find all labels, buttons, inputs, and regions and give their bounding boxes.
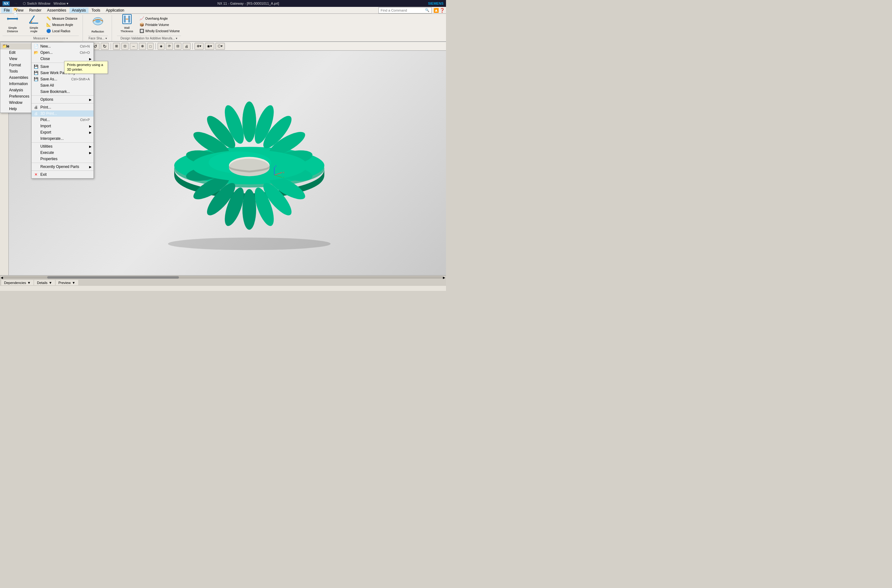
submenu-options[interactable]: Options ▶ — [31, 96, 93, 103]
menubar-tools[interactable]: Tools — [89, 8, 103, 13]
overhang-angle-btn[interactable]: 📈 Overhang Angle — [138, 16, 181, 21]
submenu-exit[interactable]: ✕ Exit — [31, 171, 93, 178]
print-icon: 🖨 — [33, 105, 39, 110]
measure-small-group: 📏 Measure Distance 📐 Measure Angle 🔵 Loc… — [45, 16, 79, 34]
simple-distance-label: SimpleDistance — [7, 26, 18, 33]
ribbon-face-items: Reflection — [88, 14, 108, 34]
printable-volume-icon: 📦 — [139, 22, 144, 27]
submenu-save-as-label: Save As... — [40, 77, 57, 81]
submenu-interoperate-label: Interoperate... — [40, 136, 64, 141]
wholly-enclosed-btn[interactable]: 🔲 Wholly Enclosed Volume — [138, 28, 181, 34]
menu-preferences-label: Preferences — [9, 94, 29, 99]
view-btn-10[interactable]: ⊕▾ — [195, 43, 204, 50]
details-tab[interactable]: Details ▼ — [34, 280, 55, 285]
menu-help-label: Help — [9, 106, 17, 111]
design-val-group-label: Design Validation for Additive Manufa...… — [117, 36, 181, 40]
save-bookmark-icon — [33, 89, 39, 94]
redo-btn[interactable]: ↪ — [13, 1, 18, 6]
submenu-new-label: New... — [40, 44, 51, 48]
svg-marker-2 — [17, 17, 18, 20]
submenu-interoperate[interactable]: Interoperate... — [31, 135, 93, 142]
new-icon: 📄 — [33, 44, 39, 49]
menu-analysis-label: Analysis — [9, 88, 23, 92]
close-arrow: ▶ — [89, 57, 91, 61]
simple-distance-btn[interactable]: SimpleDistance — [3, 10, 22, 34]
submenu-plot[interactable]: Plot... Ctrl+P — [31, 117, 93, 123]
view-btn-5[interactable]: □ — [147, 43, 154, 50]
simple-angle-btn[interactable]: SimpleAngle — [24, 10, 44, 34]
scrollbar-thumb[interactable] — [47, 276, 179, 279]
submenu-new[interactable]: 📄 New... Ctrl+N — [31, 43, 93, 50]
submenu-properties-label: Properties — [40, 157, 57, 161]
submenu-execute[interactable]: Execute ▶ — [31, 150, 93, 156]
save-work-icon: 💾 — [33, 70, 39, 75]
view-btn-6[interactable]: ◈ — [157, 43, 165, 50]
submenu-import[interactable]: Import ▶ — [31, 123, 93, 129]
svg-point-11 — [168, 238, 331, 250]
switch-window-btn[interactable]: ⬡ Switch Window — [23, 2, 50, 6]
scroll-left-btn[interactable]: ◀ — [1, 276, 3, 279]
measure-angle-btn[interactable]: 📐 Measure Angle — [45, 22, 79, 27]
window-menu-btn[interactable]: Window ▾ — [54, 2, 69, 6]
measure-distance-icon: 📏 — [46, 16, 51, 21]
nx-logo: NX — [3, 1, 10, 6]
submenu-3dprint[interactable]: 🖨 3D Print... — [31, 110, 93, 117]
preview-arrow: ▼ — [72, 281, 75, 285]
measure-distance-btn[interactable]: 📏 Measure Distance — [45, 16, 79, 21]
submenu-save-all[interactable]: Save All — [31, 82, 93, 88]
local-radius-btn[interactable]: 🔵 Local Radius — [45, 28, 79, 34]
recent-arrow: ▶ — [89, 165, 91, 169]
submenu-recent[interactable]: Recently Opened Parts ▶ — [31, 164, 93, 170]
sep-2 — [31, 95, 93, 96]
tooltip-text: Prints geometry using a 3D printer. — [67, 63, 103, 71]
search-icon: 🔍 — [425, 8, 429, 12]
submenu-properties[interactable]: Properties — [31, 156, 93, 162]
utilities-icon — [33, 144, 39, 149]
submenu-save-bookmark[interactable]: Save Bookmark... — [31, 88, 93, 95]
reflection-btn[interactable]: Reflection — [88, 14, 108, 34]
find-command-input[interactable] — [381, 9, 424, 12]
view-btn-11[interactable]: ◉▾ — [205, 43, 214, 50]
printable-volume-btn[interactable]: 📦 Printable Volume — [138, 22, 181, 27]
submenu-utilities[interactable]: Utilities ▶ — [31, 143, 93, 150]
wall-thickness-icon — [120, 11, 135, 26]
help-btn[interactable]: ❓ — [439, 8, 445, 13]
svg-text:X: X — [283, 171, 285, 174]
submenu-print[interactable]: 🖨 Print... — [31, 104, 93, 110]
plot-shortcut: Ctrl+P — [80, 118, 90, 122]
view-btn-8[interactable]: ⊟ — [174, 43, 181, 50]
simple-distance-icon — [5, 11, 20, 26]
view-btn-3[interactable]: ↔ — [130, 43, 138, 50]
view-btn-7[interactable]: ⟳ — [166, 43, 173, 50]
submenu-export[interactable]: Export ▶ — [31, 129, 93, 135]
scroll-right-btn[interactable]: ▶ — [443, 276, 445, 279]
wall-thickness-label: WallThickness — [120, 26, 133, 33]
printable-volume-label: Printable Volume — [145, 23, 169, 27]
submenu-3dprint-label: 3D Print... — [40, 111, 57, 116]
open-shortcut: Ctrl+O — [80, 51, 90, 54]
find-command-box[interactable]: 🔍 — [378, 7, 432, 14]
submenu-save-as[interactable]: 💾 Save As... Ctrl+Shift+A — [31, 76, 93, 82]
view-btn-2[interactable]: ⊡ — [121, 43, 129, 50]
submenu-open[interactable]: 📂 Open... Ctrl+O — [31, 50, 93, 56]
dependencies-tab[interactable]: Dependencies ▼ — [1, 280, 33, 285]
measure-angle-icon: 📐 — [46, 22, 51, 27]
view-btn-1[interactable]: ⊞ — [113, 43, 120, 50]
ribbon-minimize-btn[interactable]: 🔼 — [433, 8, 439, 13]
ribbon-group-design-val: WallThickness 📈 Overhang Angle 📦 Printab… — [117, 15, 185, 41]
view-btn-9[interactable]: 🖨 — [183, 43, 190, 50]
preview-tab[interactable]: Preview ▼ — [55, 280, 78, 285]
preview-label: Preview — [58, 281, 71, 285]
bottom-scrollbar[interactable]: ◀ ▶ — [0, 276, 446, 279]
redo-toolbar-btn[interactable]: ↻ — [101, 43, 109, 50]
options-icon — [33, 97, 39, 102]
view-btn-4[interactable]: ⊕ — [139, 43, 146, 50]
simple-angle-icon — [26, 11, 41, 26]
wall-thickness-btn[interactable]: WallThickness — [117, 10, 137, 34]
local-radius-icon: 🔵 — [46, 29, 51, 33]
menu-assemblies-label: Assemblies — [9, 75, 28, 80]
view-btn-12[interactable]: ⬡▾ — [216, 43, 225, 50]
scrollbar-track[interactable] — [3, 276, 443, 279]
menu-window-label: Window — [9, 100, 22, 105]
submenu-options-label: Options — [40, 97, 53, 102]
